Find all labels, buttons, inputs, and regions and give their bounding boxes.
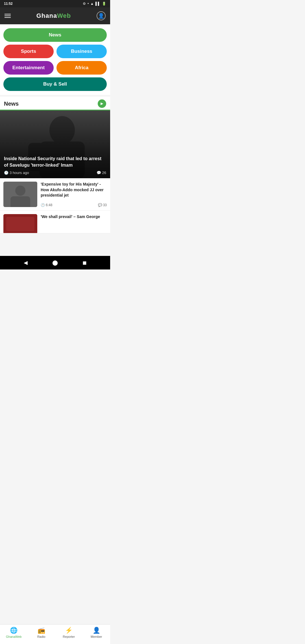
svg-rect-9 xyxy=(6,217,34,231)
signal-icon: ▌▌ xyxy=(95,2,100,6)
category-section: News Sports Business Entertainment Afric… xyxy=(0,24,110,95)
hamburger-line-3 xyxy=(5,17,11,18)
category-row-2: Sports Business xyxy=(3,45,107,58)
battery-icon: 🔋 xyxy=(102,2,106,6)
settings-icon: ⚙ xyxy=(83,2,86,6)
news-next-button[interactable]: ► xyxy=(98,99,106,108)
featured-time: 🕐 3 hours ago xyxy=(4,171,29,175)
business-button[interactable]: Business xyxy=(56,45,107,58)
comment-icon: 💬 xyxy=(97,171,101,175)
article-thumbnail xyxy=(3,182,37,207)
article-time: 🕐 6:48 xyxy=(41,203,52,207)
notification-icon: • xyxy=(88,2,89,6)
svg-rect-7 xyxy=(10,196,30,207)
sports-button[interactable]: Sports xyxy=(3,45,54,58)
featured-title: Inside National Security raid that led t… xyxy=(4,156,106,168)
article-content-2: 'We shall prevail' – Sam George xyxy=(41,214,107,230)
article-thumb-img-2 xyxy=(3,214,37,233)
featured-comments: 💬 26 xyxy=(97,171,106,175)
article-title: 'Expensive toy for His Majesty' - How Ak… xyxy=(41,182,107,198)
header: GhanaWeb 👤 xyxy=(0,7,110,24)
africa-button[interactable]: Africa xyxy=(56,61,107,75)
user-profile-button[interactable]: 👤 xyxy=(97,11,106,20)
comment-icon-small: 💬 xyxy=(98,203,102,207)
article-item[interactable]: 'Expensive toy for His Majesty' - How Ak… xyxy=(0,178,110,211)
featured-article-info: Inside National Security raid that led t… xyxy=(0,152,110,178)
recents-button[interactable]: ◼ xyxy=(82,260,87,266)
hamburger-line-1 xyxy=(5,14,11,14)
article-content: 'Expensive toy for His Majesty' - How Ak… xyxy=(41,182,107,207)
site-logo: GhanaWeb xyxy=(36,12,71,19)
article-thumbnail-2 xyxy=(3,214,37,233)
logo-text: Ghana xyxy=(36,12,57,19)
category-row-1: News xyxy=(3,28,107,42)
article-meta: 🕐 6:48 💬 33 xyxy=(41,203,107,207)
featured-article[interactable]: Inside National Security raid that led t… xyxy=(0,110,110,178)
article-title-2: 'We shall prevail' – Sam George xyxy=(41,214,107,220)
home-button[interactable]: ⬤ xyxy=(52,260,58,266)
category-row-3: Entertainment Africa xyxy=(3,61,107,75)
status-bar: 11:52 ⚙ • ▲ ▌▌ 🔋 xyxy=(0,0,110,7)
menu-button[interactable] xyxy=(5,14,11,18)
back-button[interactable]: ◀ xyxy=(24,260,28,266)
clock-icon-small: 🕐 xyxy=(41,203,45,207)
article-comments-count: 33 xyxy=(103,203,107,207)
clock-icon: 🕐 xyxy=(4,171,8,175)
entertainment-button[interactable]: Entertainment xyxy=(3,61,54,75)
article-comments: 💬 33 xyxy=(98,203,107,207)
news-button[interactable]: News xyxy=(3,28,107,42)
hamburger-line-2 xyxy=(5,16,11,16)
android-nav-bar: ◀ ⬤ ◼ xyxy=(0,256,110,269)
category-row-4: Buy & Sell xyxy=(3,77,107,91)
news-section-header: News ► xyxy=(0,97,110,110)
buysell-button[interactable]: Buy & Sell xyxy=(3,77,107,91)
featured-time-text: 3 hours ago xyxy=(10,171,29,175)
article-time-text: 6:48 xyxy=(46,203,52,207)
status-time: 11:52 xyxy=(4,2,13,6)
status-icons: ⚙ • ▲ ▌▌ 🔋 xyxy=(83,2,106,6)
section-title: News xyxy=(4,101,19,107)
content-area: News ► Inside National Security raid tha… xyxy=(0,97,110,256)
featured-meta: 🕐 3 hours ago 💬 26 xyxy=(4,171,106,175)
featured-comments-count: 26 xyxy=(102,171,106,175)
wifi-icon: ▲ xyxy=(90,2,94,6)
svg-point-6 xyxy=(15,186,25,196)
article-item-partial[interactable]: 'We shall prevail' – Sam George xyxy=(0,211,110,233)
article-thumb-img xyxy=(3,182,37,207)
